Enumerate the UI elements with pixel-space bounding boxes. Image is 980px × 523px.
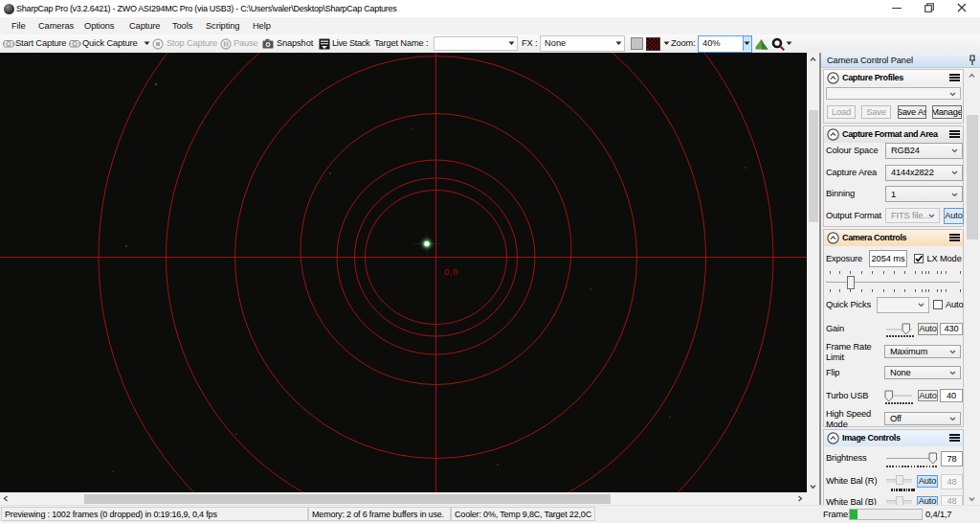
svg-text:0,0: 0,0 xyxy=(444,266,458,277)
